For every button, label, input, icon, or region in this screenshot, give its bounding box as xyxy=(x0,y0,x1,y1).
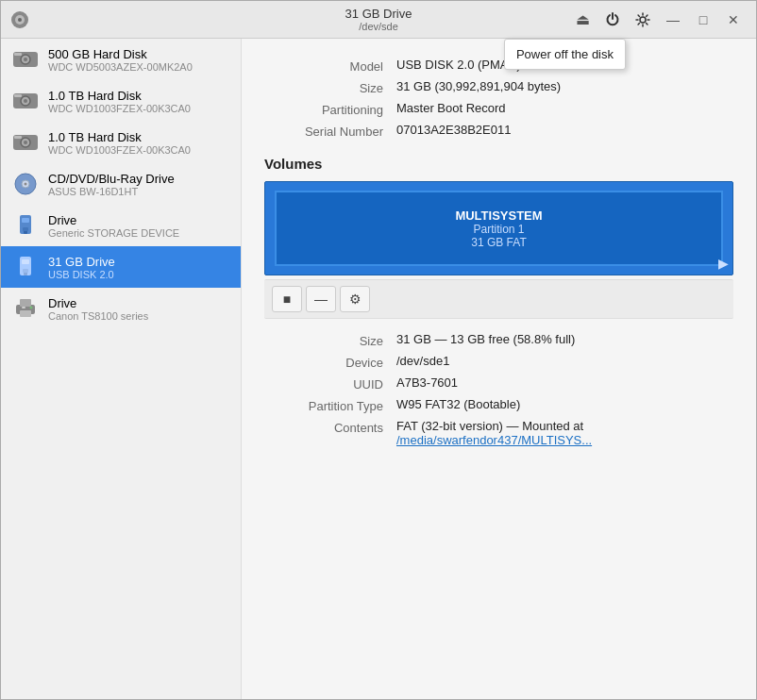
hdd-icon-1 xyxy=(12,88,39,114)
sidebar-item-4-info: Drive Generic STORAGE DEVICE xyxy=(48,213,179,239)
app-icon xyxy=(10,10,29,29)
size-label: Size xyxy=(264,79,396,95)
partitioning-label: Partitioning xyxy=(264,101,396,117)
hdd-icon-2 xyxy=(12,129,39,156)
close-icon: ✕ xyxy=(728,12,739,27)
svg-point-10 xyxy=(24,99,27,103)
sidebar-item-6-info: Drive Canon TS8100 series xyxy=(48,296,148,322)
main-content: Model USB DISK 2.0 (PMAP) Size 31 GB (30… xyxy=(242,39,756,699)
remove-button[interactable]: — xyxy=(306,286,336,312)
svg-rect-11 xyxy=(14,94,22,97)
serial-label: Serial Number xyxy=(264,123,396,139)
settings-button[interactable] xyxy=(630,7,656,33)
sidebar-item-1-info: 1.0 TB Hard Disk WDC WD1003FZEX-00K3CA0 xyxy=(48,89,191,114)
svg-rect-30 xyxy=(22,307,25,308)
partition-details: Size 31 GB — 13 GB free (58.8% full) Dev… xyxy=(264,332,733,447)
stop-button[interactable]: ■ xyxy=(272,286,302,312)
pd-size-label: Size xyxy=(264,332,396,348)
svg-point-18 xyxy=(25,183,27,186)
sidebar-item-6-sub: Canon TS8100 series xyxy=(48,310,148,322)
usb-svg-5 xyxy=(15,255,36,279)
partition-settings-button[interactable]: ⚙ xyxy=(340,286,370,312)
pd-device-value: /dev/sde1 xyxy=(396,354,733,370)
usb-icon-5 xyxy=(12,254,39,280)
svg-rect-29 xyxy=(20,310,31,317)
titlebar: 31 GB Drive /dev/sde ⏏ Power off the dis… xyxy=(1,1,756,39)
partition-toolbar: ■ — ⚙ xyxy=(264,279,733,319)
svg-rect-20 xyxy=(22,218,29,223)
pd-device-label: Device xyxy=(264,354,396,370)
sidebar-item-2-info: 1.0 TB Hard Disk WDC WD1003FZEX-00K3CA0 xyxy=(48,130,191,156)
sidebar-item-6-name: Drive xyxy=(48,296,148,310)
power-wrapper: Power off the disk xyxy=(599,7,626,33)
scroll-right-arrow: ▶ xyxy=(718,256,729,271)
sidebar-item-2-name: 1.0 TB Hard Disk xyxy=(48,130,191,144)
eject-button[interactable]: ⏏ xyxy=(569,7,596,33)
stop-icon: ■ xyxy=(283,292,291,307)
hdd-svg-1 xyxy=(12,91,39,111)
hdd-icon-0 xyxy=(12,46,39,73)
sidebar-item-5-sub: USB DISK 2.0 xyxy=(48,269,115,280)
sidebar-item-4[interactable]: Drive Generic STORAGE DEVICE xyxy=(1,205,241,246)
maximize-button[interactable]: □ xyxy=(690,7,716,33)
sidebar-item-1[interactable]: 1.0 TB Hard Disk WDC WD1003FZEX-00K3CA0 xyxy=(1,80,241,122)
pd-contents-link[interactable]: /media/swarfendor437/MULTISYS... xyxy=(396,433,592,447)
minimize-button[interactable]: — xyxy=(660,7,686,33)
sidebar-item-3-name: CD/DVD/Blu-Ray Drive xyxy=(48,172,175,186)
sidebar-item-1-sub: WDC WD1003FZEX-00K3CA0 xyxy=(48,103,191,114)
minimize-icon: — xyxy=(666,12,680,27)
close-button[interactable]: ✕ xyxy=(720,7,747,33)
serial-value: 07013A2E38B2E011 xyxy=(396,123,733,139)
usb-icon-4 xyxy=(12,212,39,239)
volumes-title: Volumes xyxy=(264,156,733,172)
svg-point-2 xyxy=(18,18,22,22)
pd-contents-value: FAT (32-bit version) — Mounted at /media… xyxy=(396,419,733,447)
power-icon xyxy=(605,12,620,27)
partitioning-value: Master Boot Record xyxy=(396,101,733,117)
sidebar-item-5[interactable]: 31 GB Drive USB DISK 2.0 xyxy=(1,246,241,288)
svg-point-31 xyxy=(30,307,33,309)
partition-block-0[interactable]: MULTISYSTEM Partition 1 31 GB FAT xyxy=(275,191,723,266)
sidebar-item-4-sub: Generic STORAGE DEVICE xyxy=(48,227,179,239)
power-button[interactable] xyxy=(599,7,626,33)
sidebar-item-0-info: 500 GB Hard Disk WDC WD5003AZEX-00MK2A0 xyxy=(48,47,193,73)
titlebar-left xyxy=(10,10,29,29)
partition-name: MULTISYSTEM xyxy=(455,208,542,223)
printer-svg-6 xyxy=(13,298,38,319)
partition-bar[interactable]: MULTISYSTEM Partition 1 31 GB FAT ▶ xyxy=(264,181,733,275)
sidebar-item-4-name: Drive xyxy=(48,213,179,227)
sidebar-item-3-info: CD/DVD/Blu-Ray Drive ASUS BW-16D1HT xyxy=(48,172,175,197)
drive-detail-table: Model USB DISK 2.0 (PMAP) Size 31 GB (30… xyxy=(264,58,733,139)
svg-rect-22 xyxy=(23,227,28,231)
sidebar-item-3[interactable]: CD/DVD/Blu-Ray Drive ASUS BW-16D1HT xyxy=(1,163,241,205)
partition-sub1: Partition 1 xyxy=(473,223,524,236)
pd-contents-label: Contents xyxy=(264,419,396,447)
sidebar-item-5-info: 31 GB Drive USB DISK 2.0 xyxy=(48,255,115,280)
sidebar-item-6[interactable]: Drive Canon TS8100 series xyxy=(1,288,241,329)
window-subtitle: /dev/sde xyxy=(345,21,412,32)
power-tooltip: Power off the disk xyxy=(504,39,626,70)
cd-svg-3 xyxy=(13,172,38,196)
pd-uuid-label: UUID xyxy=(264,375,396,392)
main-window: 31 GB Drive /dev/sde ⏏ Power off the dis… xyxy=(0,0,757,700)
sidebar-item-1-name: 1.0 TB Hard Disk xyxy=(48,89,191,103)
pd-size-value: 31 GB — 13 GB free (58.8% full) xyxy=(396,332,733,348)
sidebar-item-0[interactable]: 500 GB Hard Disk WDC WD5003AZEX-00MK2A0 xyxy=(1,39,241,80)
model-label: Model xyxy=(264,58,396,74)
svg-rect-15 xyxy=(14,136,22,139)
usb-svg-4 xyxy=(15,213,36,238)
hdd-svg-0 xyxy=(12,49,39,70)
svg-rect-28 xyxy=(20,299,31,307)
svg-rect-7 xyxy=(14,53,22,56)
sidebar-item-2[interactable]: 1.0 TB Hard Disk WDC WD1003FZEX-00K3CA0 xyxy=(1,122,241,163)
minus-icon: — xyxy=(314,292,328,307)
svg-point-6 xyxy=(24,58,27,61)
pd-uuid-value: A7B3-7601 xyxy=(396,375,733,392)
printer-icon-6 xyxy=(12,295,39,322)
content-area: 500 GB Hard Disk WDC WD5003AZEX-00MK2A0 … xyxy=(1,39,756,699)
gear-icon xyxy=(635,12,650,27)
size-value: 31 GB (30,992,891,904 bytes) xyxy=(396,79,733,95)
sidebar-item-5-name: 31 GB Drive xyxy=(48,255,115,269)
maximize-icon: □ xyxy=(699,12,707,27)
sidebar: 500 GB Hard Disk WDC WD5003AZEX-00MK2A0 … xyxy=(1,39,242,699)
